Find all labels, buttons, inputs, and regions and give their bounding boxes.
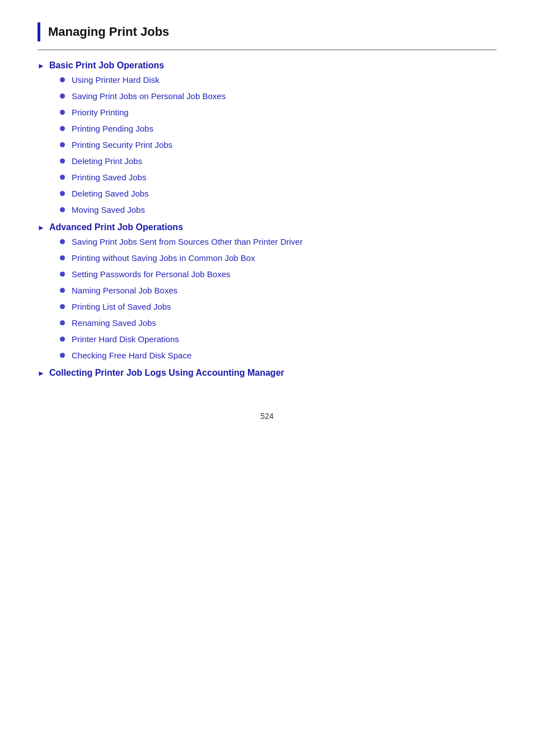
link-printing-list-saved-jobs[interactable]: Printing List of Saved Jobs <box>72 302 171 311</box>
link-printing-security-print-jobs[interactable]: Printing Security Print Jobs <box>72 140 172 150</box>
list-item: Moving Saved Jobs <box>38 205 496 214</box>
list-item: Naming Personal Job Boxes <box>38 286 496 295</box>
link-saving-from-sources[interactable]: Saving Print Jobs Sent from Sources Othe… <box>72 237 303 246</box>
bullet-icon <box>60 142 65 147</box>
section-collecting: ► Collecting Printer Job Logs Using Acco… <box>38 368 496 378</box>
bullet-icon <box>60 272 65 277</box>
list-item: Printer Hard Disk Operations <box>38 334 496 344</box>
list-item: Saving Print Jobs Sent from Sources Othe… <box>38 237 496 246</box>
link-renaming-saved-jobs[interactable]: Renaming Saved Jobs <box>72 318 156 328</box>
bullet-icon <box>60 353 65 358</box>
list-item: Priority Printing <box>38 108 496 117</box>
arrow-icon-advanced: ► <box>38 223 45 232</box>
page-title-section: Managing Print Jobs <box>38 22 496 50</box>
list-item: Printing List of Saved Jobs <box>38 302 496 311</box>
sub-list-advanced: Saving Print Jobs Sent from Sources Othe… <box>38 237 496 360</box>
section-header-basic: ► Basic Print Job Operations <box>38 60 496 71</box>
link-deleting-saved-jobs[interactable]: Deleting Saved Jobs <box>72 189 149 198</box>
arrow-icon-basic: ► <box>38 62 45 70</box>
section-title-collecting[interactable]: Collecting Printer Job Logs Using Accoun… <box>49 368 284 378</box>
section-advanced-ops: ► Advanced Print Job Operations Saving P… <box>38 222 496 360</box>
link-moving-saved-jobs[interactable]: Moving Saved Jobs <box>72 205 145 214</box>
list-item: Checking Free Hard Disk Space <box>38 351 496 360</box>
link-setting-passwords[interactable]: Setting Passwords for Personal Job Boxes <box>72 269 230 279</box>
link-using-printer-hard-disk[interactable]: Using Printer Hard Disk <box>72 75 160 85</box>
bullet-icon <box>60 337 65 342</box>
bullet-icon <box>60 288 65 293</box>
list-item: Printing Saved Jobs <box>38 172 496 182</box>
list-item: Printing without Saving Jobs in Common J… <box>38 253 496 263</box>
list-item: Deleting Saved Jobs <box>38 189 496 198</box>
section-basic-ops: ► Basic Print Job Operations Using Print… <box>38 60 496 214</box>
page-number: 524 <box>38 412 496 421</box>
list-item: Renaming Saved Jobs <box>38 318 496 328</box>
page-title: Managing Print Jobs <box>48 22 169 41</box>
link-priority-printing[interactable]: Priority Printing <box>72 108 129 117</box>
section-header-collecting: ► Collecting Printer Job Logs Using Acco… <box>38 368 496 378</box>
title-bar <box>38 22 40 41</box>
list-item: Saving Print Jobs on Personal Job Boxes <box>38 91 496 101</box>
link-saving-print-jobs[interactable]: Saving Print Jobs on Personal Job Boxes <box>72 91 226 101</box>
link-printer-hard-disk-ops[interactable]: Printer Hard Disk Operations <box>72 334 179 344</box>
link-printing-without-saving[interactable]: Printing without Saving Jobs in Common J… <box>72 253 255 263</box>
link-printing-pending-jobs[interactable]: Printing Pending Jobs <box>72 124 153 133</box>
list-item: Using Printer Hard Disk <box>38 75 496 85</box>
bullet-icon <box>60 239 65 244</box>
bullet-icon <box>60 158 65 164</box>
link-printing-saved-jobs[interactable]: Printing Saved Jobs <box>72 172 146 182</box>
bullet-icon <box>60 191 65 196</box>
sub-list-basic: Using Printer Hard Disk Saving Print Job… <box>38 75 496 214</box>
bullet-icon <box>60 126 65 131</box>
bullet-icon <box>60 255 65 260</box>
list-item: Setting Passwords for Personal Job Boxes <box>38 269 496 279</box>
list-item: Deleting Print Jobs <box>38 156 496 166</box>
bullet-icon <box>60 110 65 115</box>
section-title-advanced[interactable]: Advanced Print Job Operations <box>49 222 183 232</box>
link-naming-personal-job-boxes[interactable]: Naming Personal Job Boxes <box>72 286 177 295</box>
section-header-advanced: ► Advanced Print Job Operations <box>38 222 496 232</box>
bullet-icon <box>60 207 65 212</box>
toc-list: ► Basic Print Job Operations Using Print… <box>38 60 496 378</box>
arrow-icon-collecting: ► <box>38 369 45 377</box>
link-deleting-print-jobs[interactable]: Deleting Print Jobs <box>72 156 142 166</box>
bullet-icon <box>60 304 65 309</box>
link-checking-free-space[interactable]: Checking Free Hard Disk Space <box>72 351 191 360</box>
bullet-icon <box>60 320 65 325</box>
section-title-basic[interactable]: Basic Print Job Operations <box>49 60 164 71</box>
bullet-icon <box>60 94 65 99</box>
list-item: Printing Security Print Jobs <box>38 140 496 150</box>
bullet-icon <box>60 175 65 180</box>
list-item: Printing Pending Jobs <box>38 124 496 133</box>
bullet-icon <box>60 77 65 82</box>
